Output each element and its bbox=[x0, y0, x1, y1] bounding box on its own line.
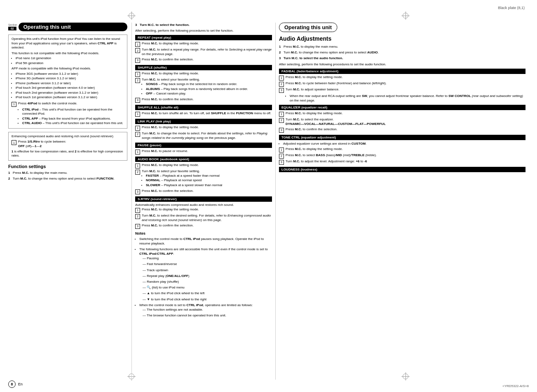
note-item: When the control mode is set to CTRL iPo… bbox=[139, 303, 272, 318]
list-item: iPhone (software version 3.1.2 or later) bbox=[16, 81, 124, 86]
page-number: 8 bbox=[8, 380, 16, 388]
ab-step3: 3 Press M.C. to confirm the selection. bbox=[135, 189, 272, 194]
left-column: Section 02 Operating this unit Operating… bbox=[8, 23, 131, 380]
fadbal-note: When the rear output and RCA output sett… bbox=[286, 94, 525, 103]
pause-header: PAUSE (pause) bbox=[135, 143, 272, 148]
list-item: CTRL AUDIO – This unit's iPod function c… bbox=[22, 121, 124, 126]
list-item: CTRL iPod – This unit's iPod function ca… bbox=[22, 108, 124, 116]
list-item: iPod touch 1st generation (software vers… bbox=[16, 95, 124, 100]
mid-step3-title: 3 Turn M.C. to select the function. bbox=[135, 23, 272, 27]
ab-step2: 2 Turn M.C. to select your favorite sett… bbox=[135, 169, 272, 188]
list-item: Repeat play (ONE/ALL/OFF) bbox=[143, 274, 272, 278]
fadbal-step3: 3 Turn M.C. to adjust speaker balance. bbox=[279, 88, 525, 93]
eq-step1: 1 Press M.C. to display the setting mode… bbox=[279, 111, 525, 117]
fadbal-header: FAD/BAL (fader/balance adjustment) bbox=[279, 69, 525, 74]
audio-step3-desc: After selecting, perform the following p… bbox=[279, 62, 525, 67]
list-item: OFF – Cancel random play. bbox=[146, 92, 272, 96]
list-item: NORMAL – Playback at normal speed bbox=[146, 178, 272, 183]
enhance-title: Enhancing compressed audio and restoring… bbox=[12, 134, 124, 139]
func-settings-title: Function settings bbox=[8, 164, 127, 169]
compatible-note: APP mode is compatible with the followin… bbox=[12, 67, 124, 71]
list-item: iPod touch 2nd generation (software vers… bbox=[16, 91, 124, 95]
audio-book-header: AUDIO BOOK (audiobook speed) bbox=[135, 157, 272, 162]
page-footer: 8 En bbox=[8, 380, 23, 388]
repeat-step3: 3 Press M.C. to confirm the selection. bbox=[135, 58, 272, 63]
list-item: SLOWER – Playback at a speed slower than… bbox=[146, 183, 272, 188]
audio-step3-title: 3 Turn M.C. to select the audio function… bbox=[279, 56, 525, 60]
mid-step3-desc: After selecting, perform the following p… bbox=[135, 28, 272, 33]
section-number: 02 bbox=[8, 27, 16, 30]
eq-step2: 2 Turn M.C. to select the equalizer. DYN… bbox=[279, 118, 525, 127]
func-step1: 1 Press M.C. to display the main menu. bbox=[8, 171, 127, 175]
shuffle-header: SHUFFLE (shuffle) bbox=[135, 65, 272, 70]
pause-step1: 1 Press M.C. to pause or resume. bbox=[135, 149, 272, 154]
equalizer-header: EQUALIZER (equalizer recall) bbox=[279, 105, 525, 110]
list-item: ▼ to turn the iPod click wheel to the ri… bbox=[143, 297, 272, 302]
note-item: Switching the control mode to CTRL iPod … bbox=[139, 237, 272, 246]
link-step1: 1 Press M.C. to display the setting mode… bbox=[135, 125, 272, 131]
ab-step1: 1 Press M.C. to display the setting mode… bbox=[135, 163, 272, 168]
srtrv-step2: 2 Turn M.C. to select the desired settin… bbox=[135, 214, 272, 223]
srtrv-header: S.RTRV (sound retriever) bbox=[135, 196, 272, 202]
right-section-title: Operating this unit bbox=[279, 23, 337, 32]
shuffle-step2: 2 Turn M.C. to select your favorite sett… bbox=[135, 78, 272, 97]
note-item: Adjusted equalizer curve settings are st… bbox=[283, 141, 525, 146]
list-item: iPod 5th generation bbox=[16, 61, 124, 66]
list-item: ALBUMS – Play back songs from a randomly… bbox=[146, 87, 272, 92]
srtrv-step1: 1 Press M.C. to display the setting mode… bbox=[135, 208, 272, 213]
note-item: When the rear output and RCA output sett… bbox=[290, 94, 525, 103]
compatible-list: iPhone 3GS (software version 3.1.2 or la… bbox=[12, 72, 124, 100]
notes-list: Switching the control mode to CTRL iPod … bbox=[135, 237, 272, 318]
repeat-step1: 1 Press M.C. to display the setting mode… bbox=[135, 42, 272, 47]
list-item: SONGS – Play back songs in the selected … bbox=[146, 82, 272, 87]
eq-step3: 3 Press M.C. to confirm the selection. bbox=[279, 127, 525, 133]
enhance-box: Enhancing compressed audio and restoring… bbox=[8, 132, 127, 161]
list-item: iPod nano 1st generation bbox=[16, 56, 124, 61]
shuffle-step1: 1 Press M.C. to display the setting mode… bbox=[135, 71, 272, 77]
list-item: The function settings are not available. bbox=[143, 307, 272, 312]
bottom-code: <YRD5322-A/S>8 bbox=[502, 384, 529, 388]
list-item: 🔍 (list) to use iPod menu bbox=[143, 285, 272, 290]
shuffle-step3: 3 Press M.C. to confirm the selection. bbox=[135, 97, 272, 103]
info-box: Operating this unit's iPod function from… bbox=[8, 35, 127, 129]
enhance-step1: 1 Press 1/S.Rtrv to cycle between: OFF (… bbox=[12, 140, 124, 149]
list-item: Random play (shuffle) bbox=[143, 279, 272, 284]
tone-note: Adjusted equalizer curve settings are st… bbox=[279, 141, 525, 146]
tone-step3: 3 Turn M.C. to adjust the level. Adjustm… bbox=[279, 159, 525, 165]
link-step2: 2 Turn M.C. to change the mode to select… bbox=[135, 131, 272, 141]
list-item: ▲ to turn the iPod click wheel to the le… bbox=[143, 291, 272, 295]
list-item: Track up/down bbox=[143, 268, 272, 272]
repeat-header: REPEAT (repeat play) bbox=[135, 35, 272, 40]
func-step2: 2 Turn M.C. to change the menu option an… bbox=[8, 176, 127, 181]
section-label: Section bbox=[8, 23, 17, 26]
tone-step1: 1 Press M.C. to display the setting mode… bbox=[279, 147, 525, 152]
mid-column: 3 Turn M.C. to select the function. Afte… bbox=[131, 23, 275, 380]
repeat-step2: 2 Turn M.C. to select a repeat play rang… bbox=[135, 48, 272, 57]
section-header: Section 02 Operating this unit bbox=[8, 23, 127, 31]
ab-options: FASTER – Playback at a speed faster than… bbox=[142, 174, 272, 188]
link-play-header: LINK PLAY (link play) bbox=[135, 119, 272, 124]
ctrl-list: CTRL iPod – This unit's iPod function ca… bbox=[18, 108, 124, 126]
list-item: CTRL APP – Play back the sound from your… bbox=[22, 117, 124, 121]
audio-adjustments-title: Audio Adjustments bbox=[279, 35, 525, 42]
loudness-header: LOUDNESS (loudness) bbox=[279, 167, 525, 172]
list-item: iPhone 3GS (software version 3.1.2 or la… bbox=[16, 72, 124, 76]
tone-step2: 2 Press M.C. to select BASS (bass)/MID (… bbox=[279, 153, 525, 159]
info-intro: Operating this unit's iPod function from… bbox=[12, 37, 124, 50]
fadbal-step1: 1 Press M.C. to display the setting mode… bbox=[279, 75, 525, 81]
list-item: iPhone 3G (software version 3.1.2 or lat… bbox=[16, 76, 124, 81]
far-right-column: Operating this unit Audio Adjustments 1 … bbox=[275, 23, 529, 380]
left-section-title: Operating this unit bbox=[18, 23, 127, 31]
limited-list: The function settings are not available.… bbox=[139, 307, 272, 318]
black-plate-label: Black plate (8,1) bbox=[498, 6, 525, 10]
list-item: FASTER – Playback at a speed faster than… bbox=[146, 174, 272, 178]
step-switch-mode: 1 Press 4/iPod to switch the control mod… bbox=[12, 101, 124, 107]
srtrv-desc: Automatically enhances compressed audio … bbox=[135, 203, 272, 207]
notes-title: Notes bbox=[135, 231, 272, 235]
audio-step1: 1 Press M.C. to display the main menu. bbox=[279, 44, 525, 49]
note-item: The following functions are still access… bbox=[139, 247, 272, 302]
srtrv-step3: 3 Press M.C. to confirm the selection. bbox=[135, 224, 272, 229]
enhance-note: 1 is effective for low compression rates… bbox=[12, 150, 124, 158]
shuffle-options: SONGS – Play back songs in the selected … bbox=[142, 82, 272, 96]
list-item: Fast forward/reverse bbox=[143, 262, 272, 266]
